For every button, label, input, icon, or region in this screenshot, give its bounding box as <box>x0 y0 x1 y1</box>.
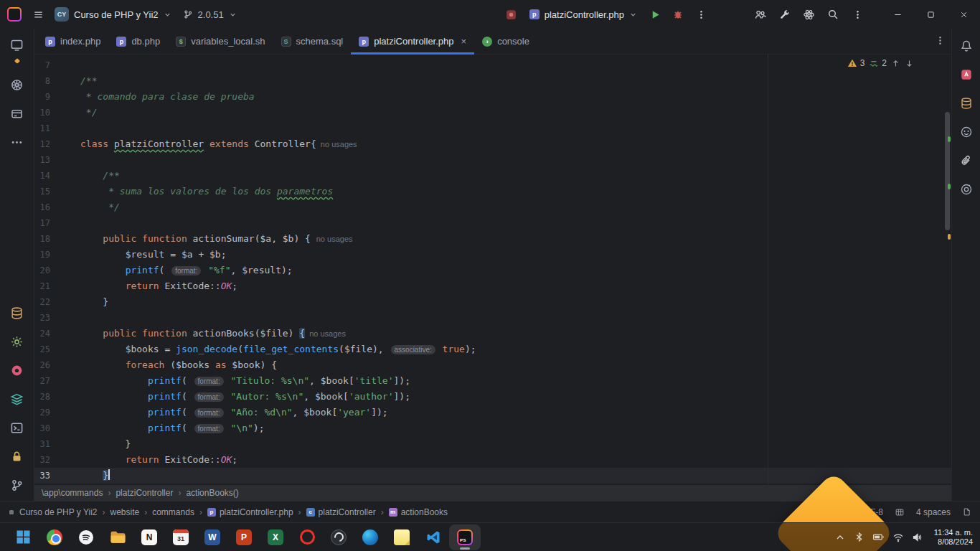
file-status-icon[interactable] <box>962 507 971 517</box>
status-path-item[interactable]: platziController <box>306 507 376 517</box>
line-number[interactable]: 24 <box>34 326 80 342</box>
line-number[interactable]: 27 <box>34 373 80 389</box>
ai-assistant-icon[interactable] <box>956 65 976 85</box>
chevron-up-icon[interactable] <box>834 532 846 543</box>
maximize-button[interactable] <box>914 0 947 29</box>
code-line-28[interactable]: 28 printf( format: "Autor: %s\n", $book[… <box>34 389 951 405</box>
code-line-18[interactable]: 18 public function actionSumar($a, $b) {… <box>34 231 951 247</box>
indent-indicator[interactable]: 4 spaces <box>916 507 951 517</box>
titlebar-more-button[interactable] <box>847 4 868 24</box>
line-number[interactable]: 17 <box>34 215 80 231</box>
line-number[interactable]: 12 <box>34 136 80 152</box>
status-path-item[interactable]: Curso de PHP y Yii2 <box>19 507 98 517</box>
main-menu-button[interactable] <box>27 4 49 24</box>
code-line-24[interactable]: 24 public function actionBooks($file) { … <box>34 326 951 342</box>
editor-scrollbar[interactable] <box>945 112 950 230</box>
stripe-mark[interactable] <box>948 136 951 142</box>
code-line-17[interactable]: 17 <box>34 215 951 231</box>
changes-badge-icon[interactable] <box>7 55 27 67</box>
status-path-item[interactable]: platziController.php <box>207 507 293 517</box>
project-tool-icon[interactable] <box>7 34 27 55</box>
tab-options-button[interactable] <box>935 35 946 48</box>
taskbar-app-phpstorm[interactable]: PS <box>449 524 481 550</box>
database-tool-icon[interactable] <box>7 303 27 323</box>
taskbar-app-calendar[interactable]: 31 <box>165 524 197 550</box>
line-number[interactable]: 7 <box>34 57 80 73</box>
line-number[interactable]: 23 <box>34 310 80 326</box>
editor[interactable]: 78/**9 * comando para clase de prueba10 … <box>34 55 951 485</box>
status-path-item[interactable]: website <box>110 507 140 517</box>
breadcrumb-item[interactable]: \app\commands <box>42 488 103 498</box>
line-number[interactable]: 11 <box>34 121 80 136</box>
services-tool-icon[interactable] <box>7 360 27 380</box>
taskbar-app-opera[interactable] <box>291 524 323 550</box>
line-number[interactable]: 28 <box>34 389 80 405</box>
line-number[interactable]: 8 <box>34 73 80 89</box>
more-tools-icon[interactable] <box>7 132 27 152</box>
taskbar-app-notion[interactable]: N <box>133 524 165 550</box>
line-number[interactable]: 18 <box>34 231 80 247</box>
line-number[interactable]: 30 <box>34 420 80 436</box>
taskbar-app-chrome[interactable] <box>39 524 70 550</box>
tab-console[interactable]: console <box>474 29 537 54</box>
debug-button[interactable] <box>667 4 689 24</box>
code-line-21[interactable]: 21 return ExitCode::OK; <box>34 278 951 294</box>
code-line-26[interactable]: 26 foreach ($books as $book) { <box>34 357 951 373</box>
contacts-icon[interactable] <box>956 122 976 142</box>
taskbar-app-edge[interactable] <box>354 524 386 550</box>
git-tool-icon[interactable] <box>7 475 27 495</box>
stripe-mark[interactable] <box>948 184 951 189</box>
line-number[interactable]: 26 <box>34 357 80 373</box>
run-config-selector[interactable]: platziController.php <box>524 6 643 23</box>
code-line-7[interactable]: 7 <box>34 57 951 73</box>
line-number[interactable]: 22 <box>34 294 80 310</box>
terminal-tool-icon[interactable] <box>7 418 27 438</box>
bluetooth-icon[interactable] <box>854 532 864 542</box>
server-tool-icon[interactable] <box>7 103 27 123</box>
code-with-me-button[interactable] <box>749 4 771 24</box>
line-number[interactable]: 20 <box>34 263 80 278</box>
code-line-29[interactable]: 29 printf( format: "Año: %d\n", $book['y… <box>34 405 951 420</box>
stripe-mark[interactable] <box>948 234 951 240</box>
status-path-item[interactable]: actionBooks <box>389 507 448 517</box>
code-line-31[interactable]: 31 } <box>34 436 951 452</box>
next-problem-icon[interactable] <box>905 59 914 68</box>
table-icon[interactable] <box>895 507 905 517</box>
vcs-widget[interactable]: 2.0.51 <box>177 6 242 23</box>
line-number[interactable]: 16 <box>34 199 80 215</box>
code-line-33[interactable]: 33 } <box>34 468 951 484</box>
network-icon[interactable] <box>892 532 904 543</box>
taskbar-start-button[interactable] <box>7 524 39 550</box>
notifications-bell-icon[interactable] <box>956 36 976 56</box>
status-path-item[interactable]: commands <box>152 507 194 517</box>
tab-db-php[interactable]: db.php <box>108 29 168 54</box>
taskbar-app-excel[interactable]: X <box>260 524 291 550</box>
line-number[interactable]: 31 <box>34 436 80 452</box>
taskbar-app-sticky-notes[interactable] <box>386 524 418 550</box>
red-plugin-icon[interactable] <box>501 4 522 24</box>
tab-schema-sql[interactable]: schema.sql <box>273 29 352 54</box>
tab-index-php[interactable]: index.php <box>37 29 108 54</box>
line-number[interactable]: 25 <box>34 342 80 357</box>
code-line-25[interactable]: 25 $books = json_decode(file_get_content… <box>34 342 951 357</box>
minimize-button[interactable] <box>881 0 914 29</box>
code-line-22[interactable]: 22 } <box>34 294 951 310</box>
taskbar-app-file-explorer[interactable] <box>102 524 133 550</box>
project-widget[interactable]: CY Curso de PHP y Yii2 <box>49 4 177 24</box>
tools-button[interactable] <box>773 4 795 24</box>
settings-gear-icon[interactable] <box>7 331 27 352</box>
run-button[interactable] <box>644 4 666 24</box>
line-number[interactable]: 32 <box>34 452 80 468</box>
code-line-23[interactable]: 23 <box>34 310 951 326</box>
plugins-button[interactable] <box>798 4 819 24</box>
tab-variables-local-sh[interactable]: variables_local.sh <box>168 29 273 54</box>
taskbar-app-word[interactable]: W <box>197 524 228 550</box>
taskbar-app-obs[interactable] <box>323 524 354 550</box>
docker-tool-icon[interactable] <box>7 75 27 95</box>
breadcrumb-item[interactable]: platziController <box>116 488 173 498</box>
tab-platzicontroller-php[interactable]: platziController.php <box>351 29 474 54</box>
code-line-15[interactable]: 15 * suma los valores de los dos paramet… <box>34 184 951 199</box>
taskbar-app-powerpoint[interactable]: P <box>228 524 260 550</box>
breadcrumb-item[interactable]: actionBooks() <box>186 488 238 498</box>
code-line-30[interactable]: 30 printf( format: "\n"); <box>34 420 951 436</box>
